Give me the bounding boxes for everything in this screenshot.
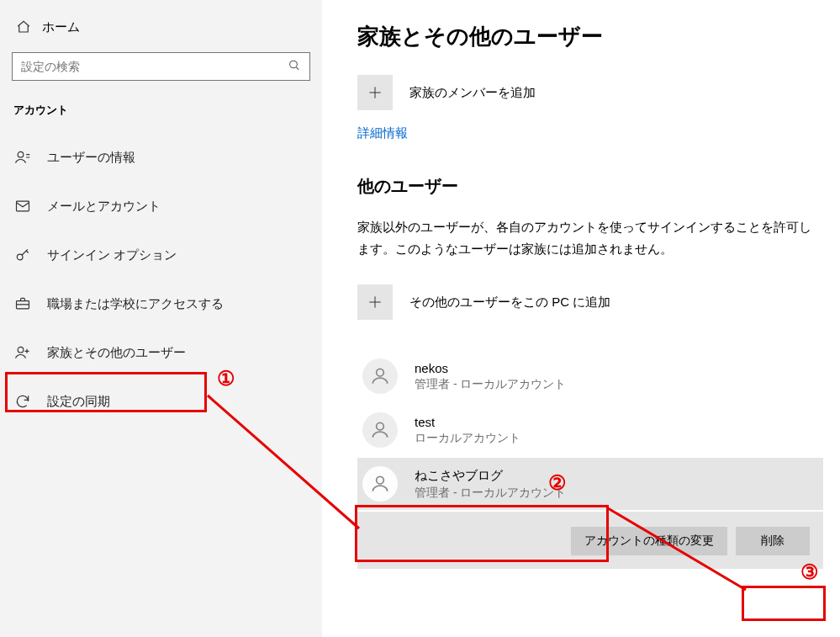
settings-sidebar: ホーム アカウント ユーザーの情報 メールとアカウント サインイン オプション … (0, 0, 322, 637)
sidebar-item-label: サインイン オプション (47, 247, 177, 263)
other-users-title: 他のユーザー (357, 175, 823, 198)
sidebar-item-user-info[interactable]: ユーザーの情報 (0, 135, 322, 180)
sidebar-item-label: メールとアカウント (47, 199, 161, 215)
more-info-link[interactable]: 詳細情報 (357, 125, 408, 141)
sidebar-item-signin-options[interactable]: サインイン オプション (0, 232, 322, 278)
avatar-icon (362, 466, 398, 502)
home-icon (15, 19, 32, 35)
other-users-description: 家族以外のユーザーが、各自のアカウントを使ってサインインすることを許可します。こ… (357, 216, 823, 259)
svg-point-7 (377, 422, 384, 430)
sidebar-category-title: アカウント (0, 91, 322, 135)
svg-rect-2 (17, 201, 29, 211)
sync-icon (13, 393, 32, 410)
svg-point-3 (17, 254, 23, 260)
other-user-row-selected[interactable]: ねこさやブログ 管理者 - ローカルアカウント (357, 458, 823, 510)
other-user-row[interactable]: test ローカルアカウント (357, 404, 823, 456)
user-action-bar: アカウントの種類の変更 削除 (357, 512, 823, 569)
nav-home-label: ホーム (42, 19, 80, 35)
sidebar-item-label: 設定の同期 (47, 394, 110, 410)
user-role: 管理者 - ローカルアカウント (415, 486, 566, 501)
delete-button[interactable]: 削除 (736, 527, 810, 555)
add-family-label: 家族のメンバーを追加 (409, 85, 536, 101)
svg-point-6 (377, 369, 384, 376)
user-text: nekos 管理者 - ローカルアカウント (415, 361, 566, 392)
plus-icon (357, 284, 393, 320)
avatar-icon (362, 412, 398, 448)
sidebar-item-label: 職場または学校にアクセスする (47, 296, 224, 312)
user-name: test (415, 415, 520, 429)
add-user-icon (13, 344, 32, 361)
settings-main: 家族とその他のユーザー 家族のメンバーを追加 詳細情報 他のユーザー 家族以外の… (322, 0, 840, 637)
user-text: ねこさやブログ 管理者 - ローカルアカウント (415, 468, 566, 501)
svg-point-1 (18, 151, 24, 157)
user-role: 管理者 - ローカルアカウント (415, 377, 566, 392)
user-role: ローカルアカウント (415, 431, 520, 446)
sidebar-item-email-accounts[interactable]: メールとアカウント (0, 183, 322, 229)
sidebar-item-label: ユーザーの情報 (47, 150, 135, 166)
page-title: 家族とその他のユーザー (357, 22, 823, 51)
add-family-member-row[interactable]: 家族のメンバーを追加 (357, 75, 823, 110)
user-text: test ローカルアカウント (415, 415, 520, 446)
search-box[interactable] (12, 52, 310, 81)
change-account-type-button[interactable]: アカウントの種類の変更 (571, 527, 727, 555)
nav-home[interactable]: ホーム (0, 8, 322, 45)
add-other-user-row[interactable]: その他のユーザーをこの PC に追加 (357, 284, 823, 320)
user-name: nekos (415, 361, 566, 375)
sidebar-item-label: 家族とその他のユーザー (47, 345, 186, 361)
plus-icon (357, 75, 393, 110)
other-user-row[interactable]: nekos 管理者 - ローカルアカウント (357, 350, 823, 402)
svg-point-5 (18, 347, 24, 353)
svg-point-8 (377, 476, 384, 484)
key-icon (13, 247, 32, 263)
user-name: ねこさやブログ (415, 468, 566, 484)
search-input[interactable] (13, 53, 309, 80)
mail-icon (13, 198, 32, 215)
add-other-label: その他のユーザーをこの PC に追加 (409, 295, 610, 311)
sidebar-item-sync-settings[interactable]: 設定の同期 (0, 379, 322, 424)
sidebar-item-work-school[interactable]: 職場または学校にアクセスする (0, 281, 322, 326)
briefcase-icon (13, 295, 32, 312)
sidebar-item-family-other-users[interactable]: 家族とその他のユーザー (0, 330, 322, 375)
avatar-icon (362, 358, 398, 394)
user-icon (13, 149, 32, 166)
